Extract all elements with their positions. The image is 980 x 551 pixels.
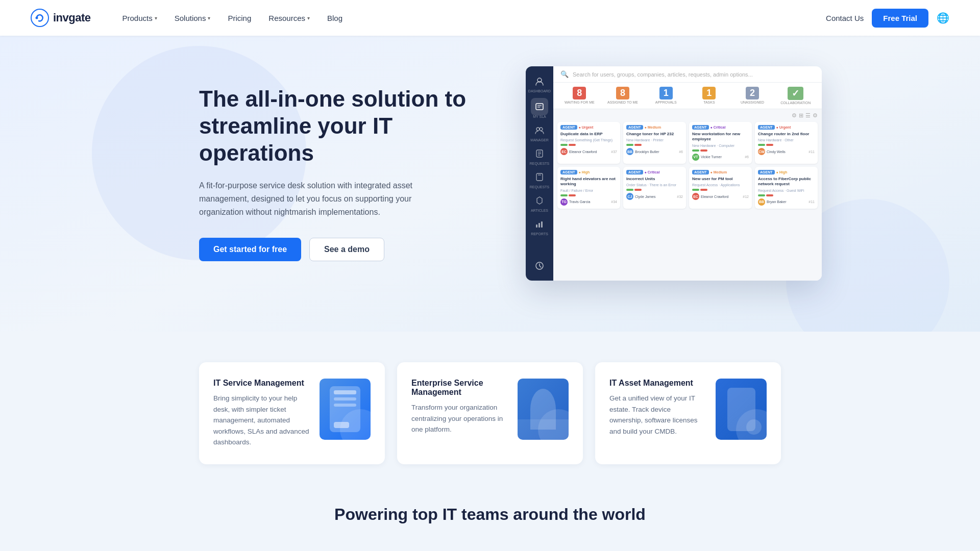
knowledge-icon [531, 168, 548, 186]
navbar: invgate Products ▾ Solutions ▾ Pricing R… [0, 0, 980, 36]
stat-label: WAITING FOR ME [565, 101, 595, 104]
powering-section: Powering top IT teams around the world [0, 495, 980, 529]
nav-solutions[interactable]: Solutions ▾ [167, 10, 218, 27]
avatar: VT [692, 154, 699, 161]
ticket-card[interactable]: AGENT ● High Right hand elevators are no… [557, 167, 620, 209]
priority-label: ● Critical [645, 170, 660, 174]
stat-collab: ✓ COLLABORATION [775, 87, 816, 105]
ticket-id: #6 [679, 150, 683, 154]
free-trial-button[interactable]: Free Trial [872, 9, 928, 28]
ticket-id: #11 [808, 200, 815, 204]
mysla-icon [531, 98, 548, 115]
logo-text: invgate [53, 11, 91, 24]
reports-icon [531, 215, 548, 233]
agent-badge: AGENT [626, 125, 643, 130]
person-name: Bryan Baker [767, 200, 787, 204]
avatar: CW [758, 148, 765, 155]
manager-icon [531, 121, 548, 139]
sidebar-label: REQUESTS [530, 162, 550, 165]
ticket-title: New workstation for new employee [692, 132, 749, 142]
feature-desc: Bring simplicity to your help desk, with… [213, 393, 309, 448]
svg-point-6 [536, 128, 540, 131]
avatar: BB [758, 198, 765, 206]
ticket-id: #32 [677, 195, 683, 198]
tickets-grid: AGENT ● Urgent Duplicate data in ERP Req… [557, 122, 818, 209]
sidebar-item-articles[interactable]: ARTICLES [531, 192, 548, 212]
search-placeholder[interactable]: Search for users, groups, companies, art… [573, 71, 815, 78]
agent-badge: AGENT [758, 125, 775, 130]
nav-pricing[interactable]: Pricing [220, 10, 258, 27]
sidebar-item-mysla[interactable]: MY SLA [531, 98, 548, 118]
ticket-meta: New Hardware · Printer [626, 138, 683, 142]
ticket-id: #34 [611, 200, 617, 204]
sidebar-item[interactable]: DASHBOARD [528, 72, 551, 93]
stat-label: ASSIGNED TO ME [607, 101, 638, 104]
ticket-card[interactable]: AGENT ● Critical New workstation for new… [689, 122, 752, 164]
nav-products[interactable]: Products ▾ [115, 10, 164, 27]
ticket-title: Incorrect Units [626, 177, 683, 182]
stat-label: COLLABORATION [780, 101, 811, 105]
dashboard-icon [531, 72, 548, 90]
articles-icon [531, 192, 548, 209]
dashboard-sidebar: DASHBOARD MY SLA MANAGER [526, 66, 553, 281]
nav-right: Contact Us Free Trial 🌐 [826, 9, 949, 28]
nav-links: Products ▾ Solutions ▾ Pricing Resources… [115, 10, 826, 27]
hero-section: The all-in-one solution to streamline yo… [0, 36, 980, 332]
ticket-title: New user for PM tool [692, 177, 749, 182]
ticket-id: #11 [808, 150, 815, 154]
filter-icon[interactable]: ⚙ [792, 112, 797, 119]
nav-blog[interactable]: Blog [320, 10, 350, 27]
feature-card-itam[interactable]: IT Asset Management Get a unified view o… [595, 362, 781, 464]
feature-card-esm[interactable]: Enterprise Service Management Transform … [397, 362, 583, 464]
person-name: Cindy Wells [767, 150, 786, 154]
person-name: Brooklyn Butler [635, 150, 659, 154]
stat-num: 1 [702, 87, 716, 99]
sidebar-item-bottom[interactable] [531, 257, 548, 274]
list-icon[interactable]: ☰ [805, 112, 811, 119]
feature-image-itsm [320, 379, 371, 440]
ticket-meta: Request Access · Applications [692, 183, 749, 187]
logo[interactable]: invgate [31, 9, 91, 27]
sidebar-item-reports[interactable]: REPORTS [531, 215, 548, 236]
priority-label: ● High [776, 170, 788, 174]
ticket-card[interactable]: AGENT ● High Access to FiberCorp public … [755, 167, 818, 209]
toolbar: ⚙ ⊞ ☰ ⚙ [557, 112, 818, 119]
powering-title: Powering top IT teams around the world [0, 505, 980, 524]
chevron-down-icon: ▾ [307, 15, 310, 21]
features-grid: IT Service Management Bring simplicity t… [168, 362, 812, 464]
hero-left: The all-in-one solution to streamline yo… [199, 86, 495, 261]
settings-icon[interactable]: ⚙ [813, 112, 818, 119]
nav-resources[interactable]: Resources ▾ [261, 10, 317, 27]
ticket-meta: Fault / Failure / Error [560, 189, 617, 192]
see-demo-button[interactable]: See a demo [309, 238, 384, 261]
ticket-card[interactable]: AGENT ● Critical Incorrect Units Order S… [623, 167, 686, 209]
ticket-meta: Request Something (Get Things) [560, 138, 617, 142]
contact-link[interactable]: Contact Us [826, 14, 864, 22]
feature-content: IT Service Management Bring simplicity t… [213, 379, 309, 448]
agent-badge: AGENT [626, 170, 643, 174]
globe-icon[interactable]: 🌐 [937, 12, 949, 24]
feature-desc: Transform your organization centralizing… [411, 402, 507, 435]
ticket-card[interactable]: AGENT ● Urgent Duplicate data in ERP Req… [557, 122, 620, 164]
sidebar-item-knowledge[interactable]: REQUESTS [530, 168, 550, 189]
sidebar-item-requests[interactable]: REQUESTS [530, 145, 550, 165]
layout-icon[interactable]: ⊞ [799, 112, 803, 119]
ticket-card[interactable]: AGENT ● Medium New user for PM tool Requ… [689, 167, 752, 209]
ticket-card[interactable]: AGENT ● Urgent Change router in 2nd floo… [755, 122, 818, 164]
get-started-button[interactable]: Get started for free [199, 238, 301, 261]
stat-unassigned: 2 UNASSIGNED [732, 87, 773, 105]
agent-badge: AGENT [692, 125, 709, 130]
priority-label: ● Medium [710, 170, 727, 174]
person-name: Vickie Turner [701, 155, 722, 159]
feature-card-itsm[interactable]: IT Service Management Bring simplicity t… [199, 362, 385, 464]
priority-label: ● Critical [710, 126, 726, 129]
stat-approvals: 1 APPROVALS [646, 87, 686, 105]
feature-content: IT Asset Management Get a unified view o… [609, 379, 705, 437]
svg-rect-3 [536, 104, 543, 110]
ticket-card[interactable]: AGENT ● Medium Change toner for HP 232 N… [623, 122, 686, 164]
sidebar-item-manager[interactable]: MANAGER [530, 121, 548, 142]
hero-right: DASHBOARD MY SLA MANAGER [526, 66, 822, 281]
person-name: Travis Garcia [569, 200, 590, 204]
chevron-down-icon: ▾ [208, 15, 210, 21]
bottom-icon [531, 257, 548, 274]
